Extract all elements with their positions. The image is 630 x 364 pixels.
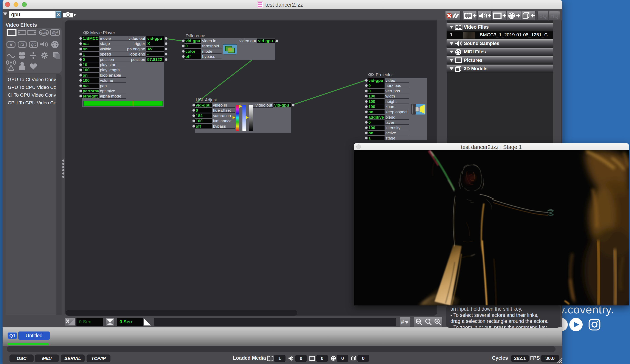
svg-text:CI: CI — [20, 43, 24, 47]
svg-text:GLSL: GLSL — [40, 31, 48, 34]
svg-text:ffgl: ffgl — [52, 31, 58, 35]
svg-text:ff: ff — [10, 43, 12, 47]
svg-text:QC: QC — [31, 43, 36, 47]
